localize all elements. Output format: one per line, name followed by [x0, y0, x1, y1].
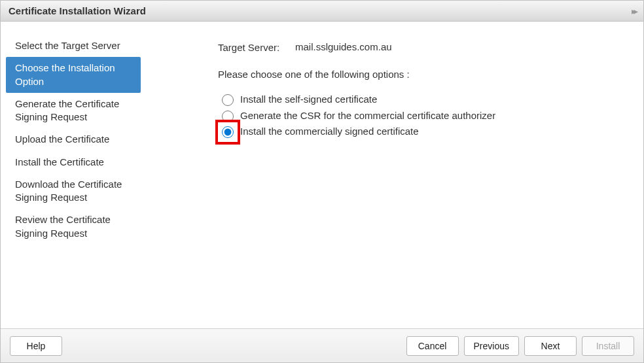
wizard-title: Certificate Installation Wizard [9, 5, 146, 16]
options-group: Install the self-signed certificateGener… [222, 93, 617, 138]
wizard-steps-sidebar: Select the Target ServerChoose the Insta… [1, 22, 146, 328]
option-1[interactable]: Generate the CSR for the commercial cert… [222, 109, 617, 122]
main-panel: Target Server: mail.sslguides.com.au Ple… [146, 22, 643, 328]
target-server-label: Target Server: [218, 41, 295, 54]
sidebar-item-step-4[interactable]: Install the Certificate [6, 151, 141, 173]
sidebar-item-step-6[interactable]: Review the Certificate Signing Request [6, 209, 141, 245]
instruction-text: Please choose one of the following optio… [218, 69, 617, 80]
next-button[interactable]: Next [524, 336, 577, 356]
install-button[interactable]: Install [582, 336, 634, 356]
option-label-0: Install the self-signed certificate [240, 93, 502, 106]
option-0[interactable]: Install the self-signed certificate [222, 93, 617, 106]
help-button[interactable]: Help [10, 336, 62, 356]
target-server-row: Target Server: mail.sslguides.com.au [218, 41, 617, 54]
cancel-button[interactable]: Cancel [406, 336, 459, 356]
sidebar-item-step-2[interactable]: Generate the Certificate Signing Request [6, 93, 141, 129]
option-2[interactable]: Install the commercially signed certific… [222, 125, 617, 138]
option-label-2: Install the commercially signed certific… [240, 125, 502, 138]
sidebar-item-step-0[interactable]: Select the Target Server [6, 35, 141, 57]
option-radio-0[interactable] [222, 94, 234, 106]
sidebar-item-step-3[interactable]: Upload the Certificate [6, 128, 141, 150]
expand-icon[interactable]: ▸▸ [632, 6, 635, 16]
target-server-value: mail.sslguides.com.au [295, 41, 617, 54]
previous-button[interactable]: Previous [464, 336, 519, 356]
footer-bar: Help Cancel Previous Next Install [1, 328, 643, 362]
option-radio-1[interactable] [222, 111, 234, 122]
titlebar: Certificate Installation Wizard ▸▸ [1, 1, 643, 22]
sidebar-item-step-1[interactable]: Choose the Installation Option [6, 57, 141, 93]
sidebar-item-step-5[interactable]: Download the Certificate Signing Request [6, 173, 141, 209]
option-radio-2[interactable] [222, 126, 234, 138]
option-label-1: Generate the CSR for the commercial cert… [240, 109, 502, 122]
content-area: Select the Target ServerChoose the Insta… [1, 22, 643, 328]
